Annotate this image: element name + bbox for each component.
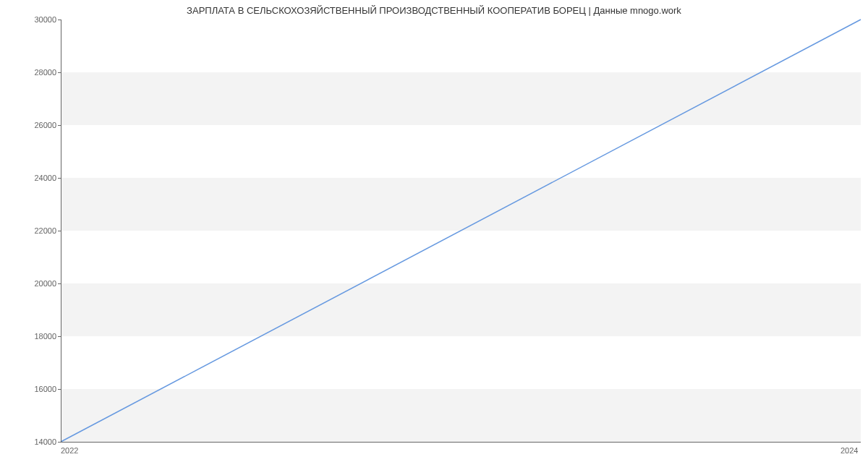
- y-tick-mark: [58, 231, 61, 231]
- y-tick-mark: [58, 72, 61, 73]
- data-line: [61, 20, 861, 442]
- x-tick-label: 2024: [841, 446, 858, 455]
- y-tick-label: 22000: [6, 226, 56, 235]
- y-tick-label: 26000: [6, 121, 56, 129]
- y-tick-label: 30000: [6, 15, 56, 24]
- x-tick-label: 2022: [61, 446, 78, 455]
- y-tick-mark: [58, 20, 61, 20]
- y-tick-label: 14000: [6, 437, 56, 446]
- y-tick-mark: [58, 125, 61, 126]
- chart-title: ЗАРПЛАТА В СЕЛЬСКОХОЗЯЙСТВЕННЫЙ ПРОИЗВОД…: [0, 5, 868, 16]
- plot-area: [61, 20, 861, 442]
- y-tick-mark: [58, 283, 61, 284]
- y-axis-line: [61, 20, 61, 442]
- y-tick-label: 28000: [6, 68, 56, 77]
- y-tick-label: 16000: [6, 385, 56, 393]
- chart-line-layer: [61, 20, 861, 442]
- y-tick-label: 24000: [6, 174, 56, 182]
- y-tick-mark: [58, 178, 61, 179]
- x-axis-line: [61, 442, 861, 443]
- y-tick-label: 20000: [6, 279, 56, 288]
- y-tick-mark: [58, 336, 61, 337]
- y-tick-mark: [58, 389, 61, 390]
- y-tick-label: 18000: [6, 332, 56, 341]
- y-tick-mark: [58, 442, 61, 443]
